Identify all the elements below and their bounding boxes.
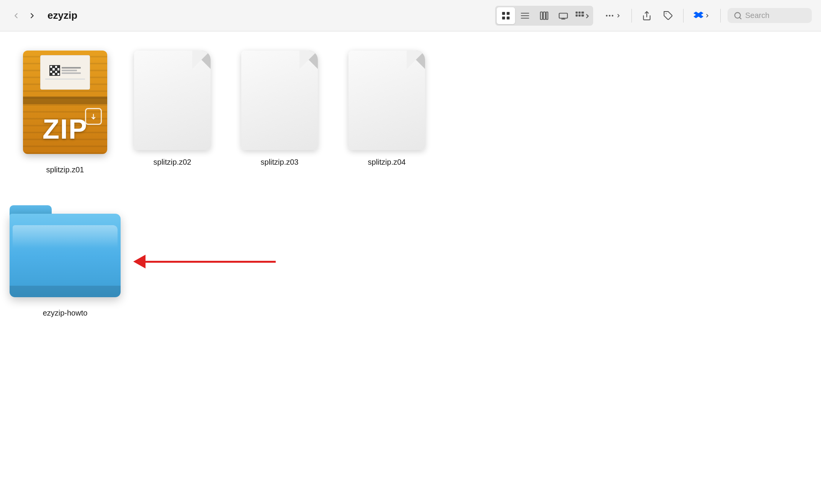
doc-icon-z02 [134,51,211,150]
doc-icon-z04 [348,51,425,150]
svg-line-25 [739,17,741,19]
svg-rect-17 [579,14,581,16]
more-options-button[interactable] [602,8,625,23]
icon-view-button[interactable] [497,7,515,24]
svg-point-21 [612,15,613,16]
svg-rect-13 [576,11,577,13]
toolbar: ezyzip [0,0,821,31]
doc-icon-z03 [241,51,318,150]
file-item-z03[interactable]: splitzip.z03 [237,51,322,167]
file-grid-row-2: ezyzip-howto [23,205,798,318]
svg-rect-14 [579,11,581,13]
main-content: ZIP splitzip.z01 [0,31,821,360]
svg-rect-9 [546,12,548,20]
list-view-button[interactable] [516,7,534,24]
dropbox-button[interactable] [690,8,713,23]
zip-icon: ZIP [23,51,107,158]
arrow-head [133,255,146,268]
file-label-folder: ezyzip-howto [43,308,88,318]
search-placeholder: Search [745,11,769,20]
svg-rect-10 [559,13,568,18]
file-grid-row-1: ZIP splitzip.z01 [23,51,798,175]
separator-2 [683,9,684,23]
separator-3 [720,9,721,23]
view-controls [495,6,593,26]
svg-point-19 [606,15,607,16]
back-button[interactable] [9,9,23,23]
svg-rect-2 [502,16,505,20]
file-item-z02[interactable]: splitzip.z02 [130,51,214,167]
nav-buttons [9,9,39,23]
window-title: ezyzip [47,10,77,21]
svg-rect-15 [581,11,584,13]
file-label-z02: splitzip.z02 [154,157,191,167]
column-view-button[interactable] [535,7,553,24]
svg-rect-18 [581,14,584,16]
svg-point-20 [609,15,610,16]
svg-rect-3 [507,16,510,20]
annotation-arrow [134,255,276,268]
svg-rect-8 [543,12,545,20]
svg-rect-1 [507,12,510,15]
tag-button[interactable] [660,8,676,23]
file-label-z01: splitzip.z01 [46,165,84,175]
group-view-button[interactable] [573,7,592,24]
folder-icon [10,205,121,301]
share-button[interactable] [639,8,655,23]
file-item-folder[interactable]: ezyzip-howto [23,205,107,318]
file-item-z01[interactable]: ZIP splitzip.z01 [23,51,107,175]
svg-rect-7 [540,12,542,20]
svg-rect-0 [502,12,505,15]
search-box[interactable]: Search [728,8,812,23]
separator-1 [631,9,632,23]
forward-button[interactable] [25,9,39,23]
file-label-z03: splitzip.z03 [261,157,299,167]
arrow-line [146,261,276,263]
file-item-z04[interactable]: splitzip.z04 [345,51,429,167]
gallery-view-button[interactable] [554,7,572,24]
svg-rect-16 [576,14,577,16]
file-label-z04: splitzip.z04 [368,157,406,167]
